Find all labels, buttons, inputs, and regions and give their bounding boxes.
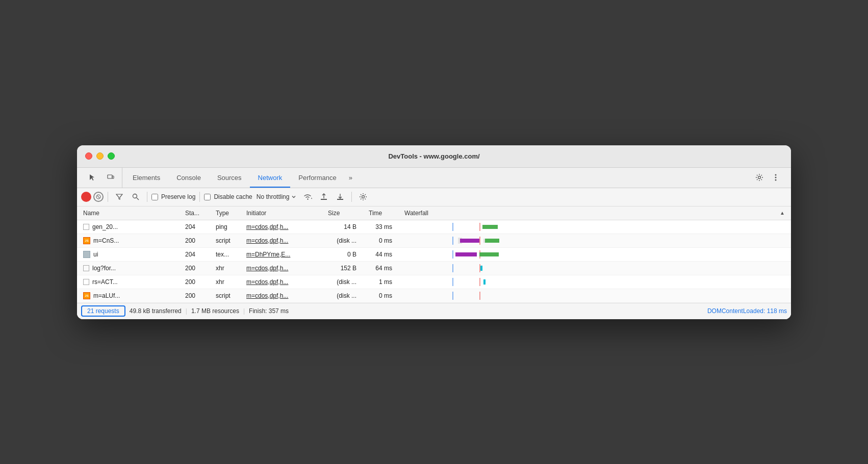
throttle-value: No throttling — [257, 193, 290, 200]
row-initiator[interactable]: m=cdos,dpf,h... — [240, 275, 322, 289]
close-button[interactable] — [85, 152, 92, 160]
doc-file-icon — [83, 251, 90, 258]
row-size: (disk ... — [322, 289, 363, 302]
table-row[interactable]: JS m=aLUf... 200 script m=cdos,dpf,h... … — [77, 289, 791, 302]
tab-performance[interactable]: Performance — [290, 168, 344, 188]
table-row[interactable]: gen_20... 204 ping m=cdos,dpf,h... 14 B … — [77, 220, 791, 234]
svg-point-5 — [775, 179, 777, 181]
sort-triangle-icon: ▲ — [780, 210, 785, 216]
row-checkbox[interactable] — [83, 224, 89, 230]
network-toolbar: Preserve log Disable cache No throttling — [77, 188, 791, 207]
wifi-icon[interactable] — [300, 190, 315, 204]
col-header-waterfall[interactable]: Waterfall ▲ — [398, 207, 791, 220]
traffic-lights — [85, 152, 115, 160]
search-icon[interactable] — [129, 190, 143, 204]
disable-cache-label[interactable]: Disable cache — [204, 193, 252, 200]
svg-point-4 — [775, 177, 777, 178]
row-initiator[interactable]: m=cdos,dpf,h... — [240, 220, 322, 234]
row-filename: gen_20... — [92, 223, 118, 230]
row-size: (disk ... — [322, 275, 363, 289]
row-name-cell: gen_20... — [77, 220, 179, 234]
toolbar-divider-3 — [199, 192, 200, 202]
tab-more-button[interactable]: » — [345, 174, 356, 182]
titlebar: DevTools - www.google.com/ — [77, 145, 791, 168]
window-title: DevTools - www.google.com/ — [388, 152, 479, 160]
row-initiator[interactable]: m=DhPYme,E... — [240, 247, 322, 261]
col-header-status[interactable]: Sta... — [179, 207, 210, 220]
tab-network[interactable]: Network — [250, 168, 291, 188]
col-header-name[interactable]: Name — [77, 207, 179, 220]
tab-list: Elements Console Sources Network Perform… — [124, 168, 748, 188]
row-waterfall — [398, 220, 791, 234]
filter-icon[interactable] — [112, 190, 126, 204]
preserve-log-checkbox[interactable] — [151, 194, 158, 200]
network-table: Name Sta... Type Initiator Size Time Wat… — [77, 207, 791, 303]
svg-rect-23 — [479, 252, 499, 256]
table-body: gen_20... 204 ping m=cdos,dpf,h... 14 B … — [77, 220, 791, 303]
chevron-down-icon — [291, 194, 296, 199]
record-button[interactable] — [81, 192, 91, 202]
cursor-icon[interactable] — [85, 170, 99, 185]
row-name-cell: rs=ACT... — [77, 275, 179, 289]
minimize-button[interactable] — [96, 152, 104, 160]
col-header-initiator[interactable]: Initiator — [240, 207, 322, 220]
row-name-cell: JS m=CnS... — [77, 234, 179, 247]
upload-icon[interactable] — [317, 190, 331, 204]
svg-point-2 — [758, 176, 761, 179]
row-filename: m=CnS... — [93, 237, 119, 244]
tab-sources[interactable]: Sources — [209, 168, 250, 188]
row-type: ping — [210, 220, 240, 234]
table-row[interactable]: log?for... 200 xhr m=cdos,dpf,h... 152 B… — [77, 261, 791, 275]
col-header-size[interactable]: Size — [322, 207, 363, 220]
tab-console[interactable]: Console — [168, 168, 209, 188]
svg-line-9 — [137, 198, 139, 200]
download-icon[interactable] — [333, 190, 347, 204]
row-initiator[interactable]: m=cdos,dpf,h... — [240, 234, 322, 247]
svg-point-8 — [133, 194, 137, 198]
svg-rect-13 — [482, 225, 498, 229]
network-settings-icon[interactable] — [356, 190, 370, 204]
col-header-time[interactable]: Time — [363, 207, 398, 220]
row-filename: log?for... — [92, 265, 116, 272]
preserve-log-label[interactable]: Preserve log — [151, 193, 195, 200]
row-checkbox[interactable] — [83, 265, 89, 271]
status-bar: 21 requests 49.8 kB transferred | 1.7 MB… — [77, 303, 791, 319]
disable-cache-checkbox[interactable] — [204, 194, 211, 200]
device-toggle-icon[interactable] — [104, 170, 118, 185]
tab-icon-group — [81, 168, 122, 188]
row-initiator[interactable]: m=cdos,dpf,h... — [240, 289, 322, 302]
row-size: 152 B — [322, 261, 363, 275]
row-status: 204 — [179, 220, 210, 234]
row-name-cell: JS m=aLUf... — [77, 289, 179, 302]
stop-button[interactable] — [93, 192, 104, 202]
table-row[interactable]: JS m=CnS... 200 script m=cdos,dpf,h... (… — [77, 234, 791, 247]
row-type: xhr — [210, 275, 240, 289]
row-initiator[interactable]: m=cdos,dpf,h... — [240, 261, 322, 275]
settings-gear-icon[interactable] — [752, 170, 767, 185]
throttle-dropdown[interactable]: No throttling — [254, 192, 299, 201]
col-header-type[interactable]: Type — [210, 207, 240, 220]
table-row[interactable]: rs=ACT... 200 xhr m=cdos,dpf,h... (disk … — [77, 275, 791, 289]
row-filename: rs=ACT... — [92, 278, 118, 286]
preserve-log-text: Preserve log — [161, 193, 195, 200]
row-status: 204 — [179, 247, 210, 261]
maximize-button[interactable] — [108, 152, 115, 160]
row-time: 1 ms — [363, 275, 398, 289]
row-time: 0 ms — [363, 289, 398, 302]
svg-rect-26 — [480, 266, 482, 271]
toolbar-divider-4 — [351, 192, 352, 202]
row-name-cell: log?for... — [77, 261, 179, 275]
finish-time: Finish: 357 ms — [249, 307, 289, 315]
row-type: xhr — [210, 261, 240, 275]
row-time: 0 ms — [363, 234, 398, 247]
more-options-icon[interactable] — [769, 170, 783, 185]
table-row[interactable]: ui 204 tex... m=DhPYme,E... 0 B 44 ms — [77, 247, 791, 261]
transferred-size: 49.8 kB transferred — [130, 307, 182, 315]
tab-elements[interactable]: Elements — [124, 168, 168, 188]
svg-rect-29 — [483, 279, 486, 285]
row-name-cell: ui — [77, 247, 179, 261]
row-waterfall — [398, 261, 791, 275]
resources-size: 1.7 MB resources — [191, 307, 239, 315]
row-checkbox[interactable] — [83, 279, 89, 285]
row-filename: m=aLUf... — [93, 292, 120, 299]
